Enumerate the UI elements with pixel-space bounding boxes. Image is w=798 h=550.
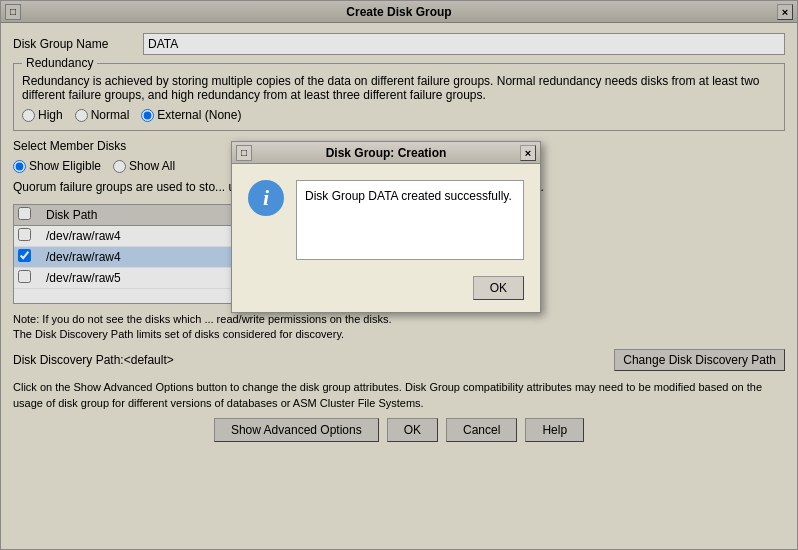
dialog-ok-button[interactable]: OK — [473, 276, 524, 300]
creation-dialog: □ Disk Group: Creation × i Disk Group DA… — [231, 141, 541, 313]
dialog-close-button[interactable]: × — [520, 145, 536, 161]
dialog-buttons: OK — [232, 276, 540, 312]
main-window: □ Create Disk Group × Disk Group Name Re… — [0, 0, 798, 550]
dialog-content: i Disk Group DATA created successfully. — [232, 164, 540, 276]
dialog-message: Disk Group DATA created successfully. — [296, 180, 524, 260]
info-icon: i — [248, 180, 284, 216]
dialog-title-bar: □ Disk Group: Creation × — [232, 142, 540, 164]
dialog-title: Disk Group: Creation — [252, 146, 520, 160]
dialog-icon: □ — [236, 145, 252, 161]
